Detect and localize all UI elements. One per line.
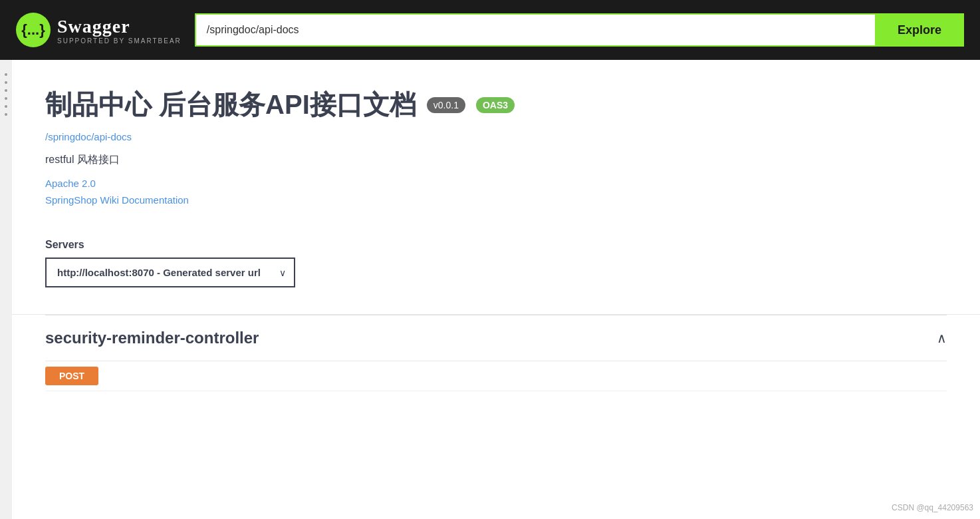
controller-name: security-reminder-controller [45,329,259,347]
sidebar-dot [5,73,7,76]
app-header: {...} Swagger Supported by SMARTBEAR Exp… [0,0,980,60]
servers-label: Servers [45,239,947,251]
watermark: CSDN @qq_44209563 [892,503,973,512]
sidebar-dot [5,89,7,92]
api-description: restful 风格接口 [45,153,947,167]
api-title: 制品中心 后台服务API接口文档 [45,86,416,123]
servers-select[interactable]: http://localhost:8070 - Generated server… [45,258,295,287]
servers-select-wrapper: http://localhost:8070 - Generated server… [45,258,295,287]
controller-header[interactable]: security-reminder-controller ∧ [45,315,947,361]
swagger-logo: {...} Swagger Supported by SMARTBEAR [16,13,182,47]
swagger-logo-icon: {...} [16,13,51,47]
oas3-badge: OAS3 [476,97,515,113]
header-search-wrapper: Explore [195,13,964,47]
controller-section: security-reminder-controller ∧ POST [45,315,947,391]
api-title-row: 制品中心 后台服务API接口文档 v0.0.1 OAS3 [45,86,947,123]
sidebar-dot [5,81,7,84]
sidebar-panel [0,60,12,519]
api-url-input[interactable] [195,13,875,47]
wiki-link[interactable]: SpringShop Wiki Documentation [45,194,947,206]
sidebar-dot [5,97,7,100]
servers-section: Servers http://localhost:8070 - Generate… [45,239,947,287]
sidebar-dot [5,113,7,116]
sidebar-dot [5,105,7,108]
main-content: 制品中心 后台服务API接口文档 v0.0.1 OAS3 /springdoc/… [12,60,980,519]
explore-button[interactable]: Explore [875,13,964,47]
api-url-link[interactable]: /springdoc/api-docs [45,131,947,142]
collapse-icon: ∧ [937,330,947,346]
swagger-logo-text: Swagger Supported by SMARTBEAR [57,16,182,45]
api-info-section: 制品中心 后台服务API接口文档 v0.0.1 OAS3 /springdoc/… [45,86,947,206]
swagger-subtitle: Supported by SMARTBEAR [57,37,182,45]
method-badge-post: POST [45,367,98,385]
endpoint-row[interactable]: POST [45,361,947,391]
version-badge: v0.0.1 [427,97,465,113]
apache-link[interactable]: Apache 2.0 [45,178,947,189]
swagger-title: Swagger [57,16,182,37]
